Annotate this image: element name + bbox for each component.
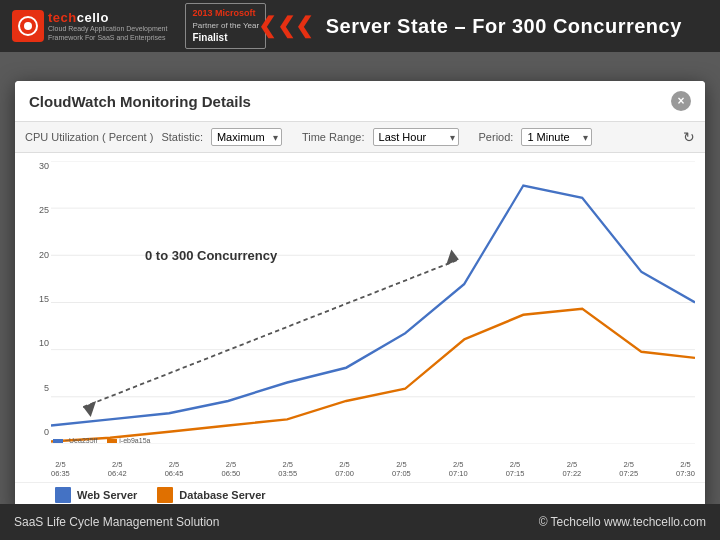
logo-name: techcello [48,10,167,25]
chevrons-icon: ❮❮❮ [258,13,314,38]
time-range-select-wrapper[interactable]: Last Hour Last 6 Hours Last Day [373,128,459,146]
svg-point-1 [24,22,32,30]
footer-right: © Techcello www.techcello.com [539,515,706,529]
chart-inner-legend: ~Uea235ff i-eb9a15a [53,437,150,444]
logo-text-block: techcello Cloud Ready Application Develo… [48,10,167,42]
web-server-label: Web Server [77,489,137,501]
svg-marker-11 [83,401,96,417]
db-server-swatch [157,487,173,503]
web-server-swatch [55,487,71,503]
legend-web-server: Web Server [55,487,137,503]
time-range-select[interactable]: Last Hour Last 6 Hours Last Day [373,128,459,146]
refresh-icon[interactable]: ↻ [683,129,695,145]
chart-svg [51,161,695,444]
chart-container: 0 5 10 15 20 25 30 0 to 300 Concurrency [15,153,705,482]
logo-prefix: tech [48,10,77,25]
header-bar: techcello Cloud Ready Application Develo… [0,0,720,52]
statistic-label: Statistic: [161,131,203,143]
statistic-select-wrapper[interactable]: Maximum Minimum Average [211,128,282,146]
bottom-bar: SaaS Life Cycle Management Solution © Te… [0,504,720,540]
db-server-label: Database Server [179,489,265,501]
modal-title: CloudWatch Monitoring Details [29,93,251,110]
svg-marker-10 [446,250,459,266]
main-content: CloudWatch Monitoring Details × CPU Util… [0,52,720,540]
logo-suffix: cello [77,10,109,25]
modal-toolbar: CPU Utilization ( Percent ) Statistic: M… [15,122,705,153]
page-title: ❮❮❮ Server State – For 300 Concurrency [220,13,720,39]
footer-left: SaaS Life Cycle Management Solution [14,515,219,529]
period-select[interactable]: 1 Minute 5 Minutes 1 Hour [521,128,592,146]
modal-header: CloudWatch Monitoring Details × [15,81,705,122]
time-range-label: Time Range: [302,131,365,143]
db-swatch-small [107,439,117,443]
close-button[interactable]: × [671,91,691,111]
web-swatch-small [53,439,63,443]
techcello-logo: techcello Cloud Ready Application Develo… [12,10,167,42]
y-axis: 0 5 10 15 20 25 30 [19,161,49,437]
x-axis: 2/506:35 2/506:42 2/506:45 2/506:50 2/50… [51,460,695,478]
metric-label: CPU Utilization ( Percent ) [25,131,153,143]
legend-database-server: Database Server [157,487,265,503]
statistic-select[interactable]: Maximum Minimum Average [211,128,282,146]
chart-annotation: 0 to 300 Concurrency [145,248,277,263]
modal-panel: CloudWatch Monitoring Details × CPU Util… [15,81,705,511]
svg-line-9 [83,259,459,407]
period-select-wrapper[interactable]: 1 Minute 5 Minutes 1 Hour [521,128,592,146]
logo-sub: Cloud Ready Application Development Fram… [48,25,167,42]
logo-icon [12,10,44,42]
period-label: Period: [479,131,514,143]
